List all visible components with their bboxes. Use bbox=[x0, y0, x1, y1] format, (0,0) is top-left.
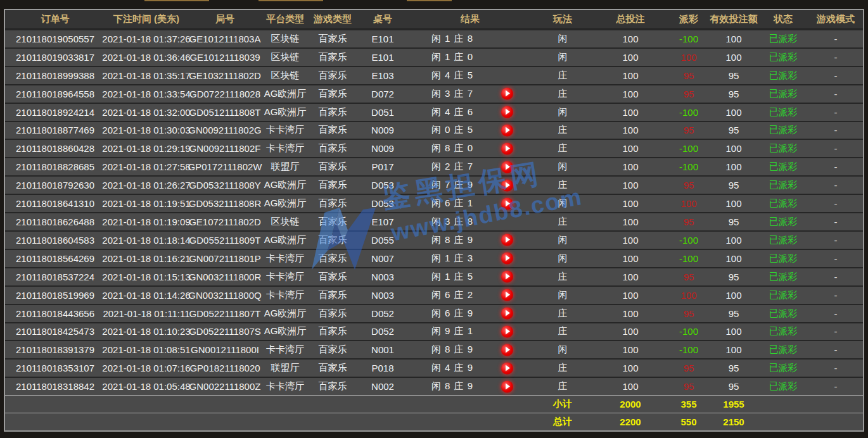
play-video-icon[interactable] bbox=[501, 271, 513, 283]
result-text: 闲 4 庄 5 bbox=[431, 70, 473, 82]
cell-order-number: 210118018353107 bbox=[5, 360, 105, 377]
cell-status: 已派彩 bbox=[758, 49, 808, 66]
cell-platform: 卡卡湾厅 bbox=[262, 140, 308, 157]
bet-records-table: 订单号 下注时间 (美东) 局号 平台类型 游戏类型 桌号 结果 玩法 总投注 … bbox=[4, 9, 864, 432]
cell-play-type: 闲 bbox=[532, 104, 593, 121]
cell-status: 已派彩 bbox=[758, 250, 808, 267]
play-video-icon[interactable] bbox=[501, 380, 513, 392]
result-text: 闲 4 庄 6 bbox=[431, 106, 473, 118]
play-triangle-glyph bbox=[506, 310, 510, 316]
cell-valid-bet: 100 bbox=[710, 140, 758, 157]
cell-order-number: 210118018318842 bbox=[5, 378, 105, 395]
cell-game-mode: - bbox=[808, 213, 863, 230]
cell-round-number: GN0092111802F bbox=[188, 140, 262, 157]
cell-result: 闲 9 庄 1 bbox=[408, 323, 532, 341]
play-video-icon[interactable] bbox=[501, 142, 513, 154]
play-video-icon[interactable] bbox=[501, 308, 513, 320]
cell-bet-time: 2021-01-18 01:29:19 bbox=[105, 140, 188, 157]
cell-round-number: GD0512111808T bbox=[188, 104, 262, 121]
play-video-icon[interactable] bbox=[501, 362, 513, 374]
cell-table-number: E101 bbox=[357, 49, 408, 66]
play-video-icon[interactable] bbox=[501, 253, 513, 265]
cell-game-mode: - bbox=[808, 30, 863, 47]
cell-bet-time: 2021-01-18 01:05:48 bbox=[105, 378, 188, 395]
cell-table-number: E101 bbox=[357, 30, 408, 47]
cell-table-number: N001 bbox=[357, 341, 408, 358]
cell-total-bet: 100 bbox=[593, 305, 668, 322]
cell-play-type: 闲 bbox=[532, 195, 593, 212]
cell-total-bet: 100 bbox=[593, 341, 668, 358]
col-header-result: 结果 bbox=[408, 10, 532, 28]
play-triangle-glyph bbox=[506, 328, 510, 334]
cell-game-type: 百家乐 bbox=[308, 140, 357, 157]
cell-round-number: GN0092111802G bbox=[188, 122, 262, 139]
play-video-icon[interactable] bbox=[501, 289, 513, 301]
cell-game-mode: - bbox=[808, 140, 863, 157]
result-text: 闲 8 庄 9 bbox=[431, 234, 473, 246]
cell-table-number: N003 bbox=[357, 268, 408, 285]
cell-payout: 95 bbox=[668, 85, 710, 103]
cell-round-number: GD07221118028 bbox=[188, 85, 262, 103]
cell-valid-bet: 100 bbox=[710, 341, 758, 358]
play-video-icon[interactable] bbox=[501, 124, 513, 136]
cell-round-number: GD0522111807T bbox=[188, 305, 262, 322]
cell-total-bet: 100 bbox=[593, 140, 668, 157]
cell-game-type: 百家乐 bbox=[308, 287, 357, 304]
cell-status: 已派彩 bbox=[758, 158, 808, 175]
cell-game-type: 百家乐 bbox=[308, 85, 357, 103]
play-triangle-glyph bbox=[506, 109, 510, 115]
cell-table-number: E107 bbox=[357, 213, 408, 230]
cell-game-mode: - bbox=[808, 122, 863, 139]
cell-total-bet: 100 bbox=[593, 268, 668, 285]
cell-payout: 95 bbox=[668, 213, 710, 230]
cell-order-number: 210118018999388 bbox=[5, 67, 105, 84]
cell-result: 闲 4 庄 9 bbox=[408, 360, 532, 377]
play-video-icon[interactable] bbox=[501, 106, 513, 118]
col-header-bet-time: 下注时间 (美东) bbox=[105, 10, 188, 28]
cell-valid-bet: 100 bbox=[710, 287, 758, 304]
cell-platform: 区块链 bbox=[262, 30, 308, 47]
cell-round-number: GE1012111803A bbox=[188, 30, 262, 47]
cell-round-number: GE1072111802D bbox=[188, 213, 262, 230]
cell-status: 已派彩 bbox=[758, 213, 808, 230]
cell-total-bet: 100 bbox=[593, 250, 668, 267]
cell-platform: 联盟厅 bbox=[262, 158, 308, 175]
subtotal-payout: 355 bbox=[668, 396, 710, 413]
cell-order-number: 210118018828685 bbox=[5, 158, 105, 175]
cell-game-mode: - bbox=[808, 287, 863, 304]
cell-result: 闲 4 庄 5 bbox=[408, 67, 532, 84]
grand-total-payout: 550 bbox=[668, 413, 710, 430]
play-video-icon[interactable] bbox=[501, 88, 513, 100]
result-text: 闲 2 庄 7 bbox=[431, 161, 473, 173]
cell-game-mode: - bbox=[808, 85, 863, 103]
cell-bet-time: 2021-01-18 01:14:26 bbox=[105, 287, 188, 304]
play-video-icon[interactable] bbox=[501, 179, 513, 191]
play-video-icon[interactable] bbox=[501, 161, 513, 173]
grand-total-valid-bet: 2150 bbox=[710, 413, 758, 430]
cell-result: 闲 3 庄 7 bbox=[408, 85, 532, 103]
cell-order-number: 210118018443656 bbox=[5, 305, 105, 322]
cell-status: 已派彩 bbox=[758, 140, 808, 157]
table-row: 210118019050557 2021-01-18 01:37:26 GE10… bbox=[5, 29, 863, 47]
cell-status: 已派彩 bbox=[758, 104, 808, 121]
play-video-icon[interactable] bbox=[501, 234, 513, 246]
cell-valid-bet: 100 bbox=[710, 250, 758, 267]
result-text: 闲 0 庄 5 bbox=[431, 124, 473, 136]
play-video-icon[interactable] bbox=[501, 325, 513, 337]
cell-play-type: 闲 bbox=[532, 232, 593, 249]
table-row: 210118018999388 2021-01-18 01:35:17 GE10… bbox=[5, 66, 863, 84]
cell-status: 已派彩 bbox=[758, 305, 808, 322]
play-video-icon[interactable] bbox=[501, 344, 513, 356]
cell-payout: -100 bbox=[668, 341, 710, 358]
cell-bet-time: 2021-01-18 01:08:51 bbox=[105, 341, 188, 358]
cell-valid-bet: 95 bbox=[710, 360, 758, 377]
result-text: 闲 6 庄 2 bbox=[431, 289, 473, 301]
cell-status: 已派彩 bbox=[758, 67, 808, 84]
cell-round-number: GD0522111807S bbox=[188, 323, 262, 341]
cell-bet-time: 2021-01-18 01:36:46 bbox=[105, 49, 188, 66]
play-video-icon[interactable] bbox=[501, 197, 513, 210]
play-triangle-glyph bbox=[506, 292, 510, 298]
cell-game-type: 百家乐 bbox=[308, 378, 357, 395]
cell-payout: -100 bbox=[668, 232, 710, 249]
cell-game-mode: - bbox=[808, 378, 863, 395]
